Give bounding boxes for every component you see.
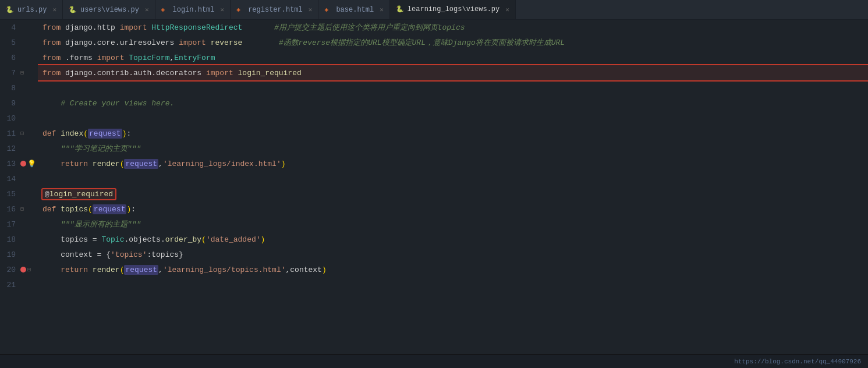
tab-close-icon[interactable]: ✕ <box>309 6 313 13</box>
gutter-row-15: 15 <box>0 186 38 201</box>
gutter-row-9: 9 <box>0 95 38 111</box>
docstring-topics: """显示所有的主题""" <box>61 219 141 229</box>
gutter-icons-7: ⊟ <box>20 69 37 76</box>
gutter-row-12: 12 <box>0 141 38 156</box>
string-date-added: 'date_added' <box>206 235 261 244</box>
gutter-row-14: 14 <box>0 171 38 186</box>
code-line-8 <box>38 80 868 95</box>
gutter-row-20: 20 ⊟ <box>0 262 38 277</box>
comment-line5: #函数reverse根据指定的URL模型确定URL，意味Django将在页面被请… <box>279 37 565 48</box>
gutter-row-4: 4 <box>0 20 38 35</box>
tab-close-icon[interactable]: ✕ <box>52 6 56 13</box>
line-num-10: 10 <box>0 114 20 123</box>
line-num-5: 5 <box>0 38 20 47</box>
gutter-row-13: 13 💡 <box>0 156 38 171</box>
breakpoint-13[interactable] <box>20 161 26 167</box>
param-request-20: request <box>124 265 158 275</box>
line-num-14: 14 <box>0 175 20 183</box>
line-num-17: 17 <box>0 220 20 229</box>
func-topics: topics <box>61 205 88 214</box>
line-num-21: 21 <box>0 281 20 289</box>
gutter-row-16: 16 ⊟ <box>0 201 38 217</box>
func-reverse: reverse <box>211 38 243 47</box>
html-icon: ◈ <box>161 6 169 14</box>
tab-close-icon[interactable]: ✕ <box>145 6 149 13</box>
code-line-4: from django.http import HttpResponseRedi… <box>38 20 868 35</box>
lightbulb-13[interactable]: 💡 <box>27 160 36 168</box>
gutter-icons-11: ⊟ <box>20 130 37 137</box>
html-icon: ◈ <box>236 6 245 14</box>
code-line-11: def index(request): <box>38 126 868 141</box>
gutter-row-11: 11 ⊟ <box>0 126 38 141</box>
line-num-7: 7 <box>0 69 20 77</box>
tab-label: register.html <box>248 6 303 14</box>
tab-users-views-py[interactable]: 🐍 users\views.py ✕ <box>63 0 155 19</box>
tab-close-icon[interactable]: ✕ <box>380 6 384 13</box>
tab-base-html[interactable]: ◈ base.html ✕ <box>318 0 389 19</box>
code-line-15: @login_required <box>38 186 868 201</box>
code-line-14 <box>38 171 868 186</box>
tab-register-html[interactable]: ◈ register.html ✕ <box>231 0 318 19</box>
code-line-5: from django.core.urlresolvers import rev… <box>38 35 868 50</box>
tab-urls-py[interactable]: 🐍 urls.py ✕ <box>0 0 63 19</box>
tab-label: login.html <box>173 6 215 14</box>
code-line-17: """显示所有的主题""" <box>38 217 868 232</box>
module-name: django <box>65 23 93 32</box>
breakpoint-20[interactable] <box>20 267 26 273</box>
code-line-19: context = {'topics':topics} <box>38 247 868 262</box>
fold-arrow-16[interactable]: ⊟ <box>20 206 24 213</box>
gutter-icons-13: 💡 <box>20 160 37 168</box>
fold-arrow-7[interactable]: ⊟ <box>20 69 24 76</box>
tab-learning-logs-views-py[interactable]: 🐍 learning_logs\views.py ✕ <box>390 0 516 19</box>
code-content: from django.http import HttpResponseRedi… <box>38 20 868 354</box>
line-num-13: 13 <box>0 160 20 168</box>
code-area: 4 5 6 7 ⊟ 8 9 10 <box>0 20 868 354</box>
string-topics-key: 'topics' <box>111 250 147 259</box>
tab-login-html[interactable]: ◈ login.html ✕ <box>155 0 231 19</box>
status-url: https://blog.csdn.net/qq_44907926 <box>734 358 861 365</box>
tab-bar: 🐍 urls.py ✕ 🐍 users\views.py ✕ ◈ login.h… <box>0 0 868 20</box>
gutter-row-19: 19 <box>0 247 38 262</box>
func-index: index <box>61 129 83 138</box>
gutter-row-7: 7 ⊟ <box>0 65 38 80</box>
line-number-gutter: 4 5 6 7 ⊟ 8 9 10 <box>0 20 38 354</box>
code-line-12: """学习笔记的主页""" <box>38 141 868 156</box>
html-icon: ◈ <box>324 6 332 14</box>
code-line-9: # Create your views here. <box>38 95 868 111</box>
status-bar: https://blog.csdn.net/qq_44907926 <box>0 354 868 368</box>
fold-arrow-20[interactable]: ⊟ <box>27 266 31 273</box>
comment-create-views: # Create your views here. <box>61 99 174 108</box>
docstring-index: """学习笔记的主页""" <box>61 143 141 154</box>
line-num-11: 11 <box>0 129 20 138</box>
tab-label: learning_logs\views.py <box>408 5 499 13</box>
code-line-18: topics = Topic.objects.order_by('date_ad… <box>38 232 868 247</box>
line-num-9: 9 <box>0 99 20 108</box>
code-line-13: return render(request,'learning_logs/ind… <box>38 156 868 171</box>
line-num-8: 8 <box>0 84 20 93</box>
param-request-16: request <box>93 204 127 214</box>
gutter-row-6: 6 <box>0 50 38 65</box>
code-line-10 <box>38 111 868 126</box>
tab-close-icon[interactable]: ✕ <box>505 6 509 13</box>
code-line-6: from .forms import TopicForm,EntryForm <box>38 50 868 65</box>
gutter-row-10: 10 <box>0 111 38 126</box>
tab-close-icon[interactable]: ✕ <box>221 6 225 13</box>
line-num-16: 16 <box>0 205 20 214</box>
line-num-18: 18 <box>0 235 20 244</box>
py-icon: 🐍 <box>69 6 77 14</box>
gutter-row-8: 8 <box>0 80 38 95</box>
string-template-topics: 'learning_logs/topics.html' <box>163 266 286 274</box>
line-num-20: 20 <box>0 266 20 274</box>
fold-arrow-11[interactable]: ⊟ <box>20 130 24 137</box>
param-request-13: request <box>124 159 158 169</box>
keyword-import: import <box>120 23 152 32</box>
tab-label: base.html <box>336 6 374 14</box>
code-line-7: from django.contrib.auth.decorators impo… <box>38 65 868 80</box>
code-line-21 <box>38 277 868 292</box>
comment-line4: #用户提交主题后使用这个类将用户重定向到网页topics <box>274 22 465 33</box>
tab-label: users\views.py <box>80 6 139 14</box>
decorator-login-required: @login_required <box>42 189 115 199</box>
tab-label: urls.py <box>17 6 47 14</box>
param-request-highlight: request <box>88 129 122 139</box>
gutter-row-18: 18 <box>0 232 38 247</box>
